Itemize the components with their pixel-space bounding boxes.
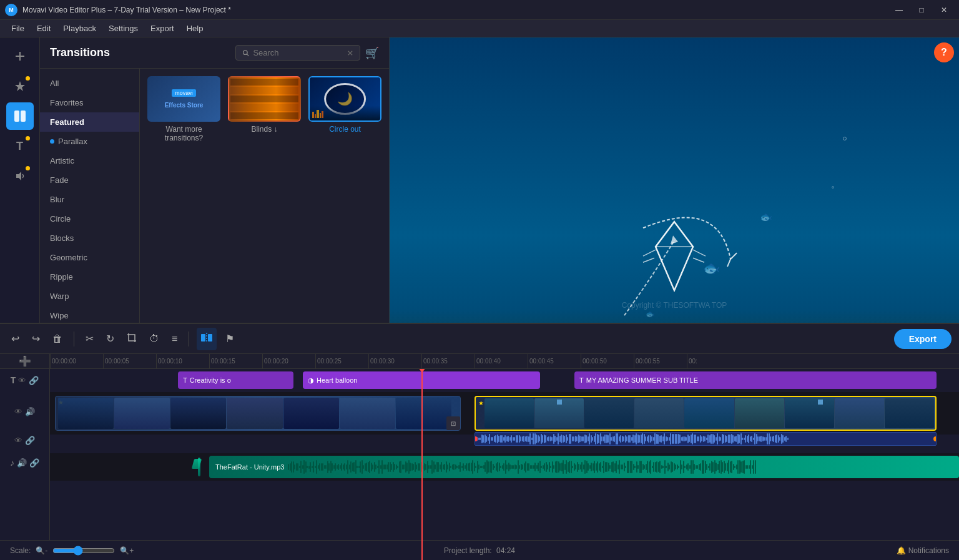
video-audio-icon[interactable]: 🔊 [25, 407, 35, 416]
bottom-bar: Scale: 🔍- 🔍+ Project length: 04:24 🔔 Not… [0, 540, 959, 560]
notifications[interactable]: 🔔 Notifications [897, 546, 949, 555]
menubar: File Edit Playback Settings Export Help [0, 20, 959, 37]
close-button[interactable]: ✕ [934, 4, 954, 16]
music-link-icon[interactable]: 🔗 [29, 458, 39, 468]
menu-help[interactable]: Help [180, 21, 210, 36]
music-note-decoration [194, 456, 205, 478]
text-clip-label-2: Heart balloon [317, 376, 357, 384]
menu-playback[interactable]: Playback [57, 21, 102, 36]
scale-slider[interactable] [52, 546, 115, 556]
search-input-wrap[interactable] [235, 45, 360, 61]
menu-file[interactable]: File [5, 21, 31, 36]
music-clip-1[interactable]: TheFatRat - Unity.mp3 const mc = documen… [209, 456, 959, 478]
scale-minus-button[interactable]: 🔍- [36, 546, 47, 555]
sidebar-effects-button[interactable] [6, 72, 34, 100]
crop-button[interactable] [123, 329, 140, 349]
ruler-50: 00:00:50 [581, 354, 607, 368]
rotate-button[interactable]: ↻ [102, 329, 118, 348]
maximize-button[interactable]: □ [912, 4, 932, 16]
split-button[interactable] [197, 328, 217, 350]
scale-plus-button[interactable]: 🔍+ [120, 546, 134, 555]
export-button[interactable]: Export [894, 329, 952, 349]
ruler-55: 00:00:55 [634, 354, 660, 368]
timeline-ruler: 00:00:00 00:00:05 00:00:10 00:00:15 00:0… [50, 354, 959, 369]
transition-card-blinds[interactable]: Blinds ↓ [228, 76, 301, 315]
menu-export[interactable]: Export [144, 21, 180, 36]
minimize-button[interactable]: — [889, 4, 909, 16]
text-clip-label-3: MY AMAZING SUMMER SUB TITLE [586, 376, 698, 384]
text-clip-creativity[interactable]: T Creativity is o [178, 371, 293, 389]
video-clip-2[interactable]: ★ [475, 396, 937, 431]
category-blocks[interactable]: Blocks [40, 228, 139, 248]
audio-end-marker [933, 436, 937, 441]
sidebar-add-button[interactable] [6, 42, 34, 70]
ruler-45: 00:00:45 [528, 354, 554, 368]
menu-edit[interactable]: Edit [31, 21, 57, 36]
help-button[interactable]: ? [934, 42, 954, 62]
category-fade[interactable]: Fade [40, 170, 139, 190]
svg-point-5 [243, 50, 248, 54]
category-geometric[interactable]: Geometric [40, 248, 139, 267]
sidebar-audio-button[interactable] [6, 162, 34, 190]
window-controls[interactable]: — □ ✕ [889, 4, 954, 16]
category-warp[interactable]: Warp [40, 287, 139, 306]
scale-control: Scale: 🔍- 🔍+ [10, 546, 134, 556]
video-eye-icon[interactable]: 👁 [14, 407, 22, 416]
search-input[interactable] [253, 48, 343, 57]
tracks-area: T Creativity is o ◑ Heart balloon T MY A… [50, 369, 959, 560]
cart-icon[interactable]: 🛒 [365, 46, 379, 60]
sidebar-text-button[interactable]: T [6, 132, 34, 160]
transition-handle[interactable]: ⊡ [446, 416, 460, 430]
sidebar-transitions-button[interactable] [6, 102, 34, 130]
transition-card-circle-out[interactable]: 🌙 Circle out [308, 76, 381, 315]
audio-eye-icon[interactable]: 👁 [14, 436, 22, 445]
timeline-toolbar: ↩ ↪ 🗑 ✂ ↻ ⏱ ≡ ⚑ Export [0, 324, 959, 354]
speed-button[interactable]: ⏱ [145, 330, 163, 348]
category-featured[interactable]: Featured [40, 112, 139, 132]
add-track-icon[interactable]: ➕ [19, 355, 31, 367]
text-clip-icon-2: ◑ [308, 376, 314, 385]
audio-link-icon[interactable]: 🔗 [25, 436, 35, 445]
category-artistic[interactable]: Artistic [40, 151, 139, 170]
embedded-audio-waveform: // Generate waveform bars dynamically co… [475, 432, 937, 446]
music-mute-icon[interactable]: 🔊 [17, 458, 27, 468]
text-eye-icon[interactable]: 👁 [18, 376, 26, 385]
ruler-5: 00:00:05 [103, 354, 129, 368]
redo-button[interactable]: ↪ [28, 329, 44, 348]
category-blur[interactable]: Blur [40, 190, 139, 209]
category-parallax[interactable]: Parallax [40, 132, 139, 151]
flag-button[interactable]: ⚑ [222, 329, 238, 348]
text-link-icon[interactable]: 🔗 [29, 376, 39, 385]
transition-card-store[interactable]: movavi Effects Store Want more transitio… [147, 76, 220, 315]
text-clip-icon-1: T [183, 376, 187, 384]
svg-rect-20 [129, 335, 135, 341]
adjust-button[interactable]: ≡ [168, 330, 181, 348]
ruler-40: 00:00:40 [475, 354, 501, 368]
video-clip-1[interactable]: ★ ⊡ [55, 396, 461, 431]
delete-button[interactable]: 🗑 [49, 330, 66, 348]
svg-rect-25 [201, 334, 205, 341]
music-clip-label: TheFatRat - Unity.mp3 [215, 463, 284, 471]
video-track: ★ ⊡ [50, 392, 959, 435]
clear-search-icon[interactable] [347, 49, 353, 57]
playhead[interactable] [421, 369, 423, 560]
music-track: TheFatRat - Unity.mp3 const mc = documen… [50, 453, 959, 481]
toolbar-separator-1 [74, 332, 74, 346]
add-track-row: ➕ [0, 354, 49, 369]
music-note-icon: ♪ [10, 458, 14, 468]
timeline-left-controls: ➕ T 👁 🔗 👁 🔊 👁 🔗 ♪ [0, 354, 50, 560]
clip-star-icon-2: ★ [478, 400, 484, 406]
category-circle[interactable]: Circle [40, 209, 139, 228]
category-favorites[interactable]: Favorites [40, 93, 139, 112]
ruler-35: 00:00:35 [421, 354, 448, 368]
text-clip-summer-title[interactable]: T MY AMAZING SUMMER SUB TITLE [574, 371, 937, 389]
category-ripple[interactable]: Ripple [40, 267, 139, 287]
cut-button[interactable]: ✂ [82, 329, 97, 348]
category-all[interactable]: All [40, 74, 139, 93]
svg-rect-2 [14, 111, 19, 122]
ruler-60: 00: [687, 354, 697, 368]
menu-settings[interactable]: Settings [102, 21, 144, 36]
ruler-15: 00:00:15 [209, 354, 235, 368]
undo-button[interactable]: ↩ [7, 329, 23, 348]
circle-out-label: Circle out [329, 125, 361, 134]
